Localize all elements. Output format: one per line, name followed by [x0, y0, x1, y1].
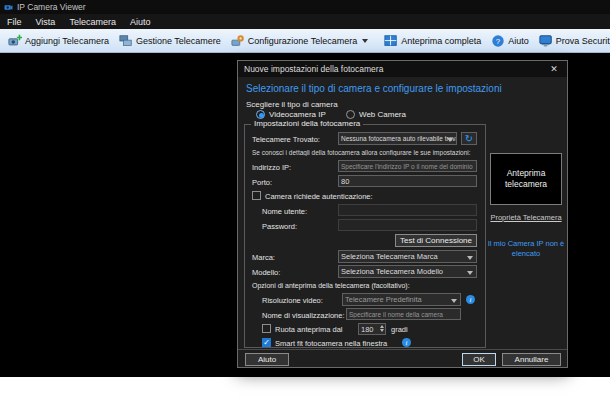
smartfit-checkbox[interactable]: ✓: [262, 338, 271, 347]
username-label: Nome utente:: [262, 207, 307, 216]
port-label: Porto:: [252, 178, 272, 187]
footer-divider: [238, 349, 567, 350]
window-titlebar: IP Camera Viewer: [0, 0, 610, 14]
smartfit-info-icon[interactable]: i: [402, 338, 411, 347]
full-preview-icon: [384, 34, 398, 48]
chevron-down-icon: [451, 299, 457, 303]
smartfit-checkbox-label: Smart fit fotocamera nella finestra: [275, 339, 387, 348]
ip-address-input[interactable]: [338, 160, 477, 172]
camera-preview-box: Anteprima telecamera: [490, 153, 562, 205]
username-input: [338, 204, 477, 216]
rotate-checkbox-label: Ruota anteprima dal: [275, 325, 343, 334]
configure-dropdown-arrow-icon[interactable]: [362, 39, 368, 43]
ip-address-label: Indirizzo IP:: [252, 163, 291, 172]
radio-unselected-icon: [346, 110, 355, 119]
manage-cameras-label: Gestione Telecamere: [136, 36, 221, 46]
menu-file[interactable]: File: [0, 14, 29, 29]
camera-settings-dialog: Nuove impostazioni della fotocamera ✕ Se…: [237, 60, 568, 368]
monitor-pro-icon: [539, 34, 553, 48]
full-preview-label: Anteprima completa: [401, 36, 481, 46]
monitor-pro-label: Prova Security Monitor Pro: [556, 36, 610, 46]
close-icon[interactable]: ✕: [547, 64, 561, 74]
group-title: Impostazioni della fotocamera: [251, 119, 363, 128]
radio-web-camera-label: Web Camera: [359, 110, 406, 119]
resolution-label: Risoluzione video:: [262, 296, 323, 305]
rotate-degrees-stepper[interactable]: 180: [358, 323, 386, 335]
configure-camera-icon: [231, 34, 245, 48]
camera-preview-text: Anteprima telecamera: [495, 168, 557, 189]
brand-value: Seleziona Telecamera Marca: [341, 252, 438, 261]
manage-cameras-icon: [119, 34, 133, 48]
brand-dropdown[interactable]: Seleziona Telecamera Marca: [338, 250, 477, 263]
stepper-arrows-icon[interactable]: [380, 325, 384, 332]
full-preview-button[interactable]: Anteprima completa: [379, 32, 486, 50]
radio-selected-icon: [256, 110, 265, 119]
configure-camera-label: Configurazione Telecamera: [248, 36, 357, 46]
chevron-down-icon: [467, 271, 473, 275]
port-input[interactable]: [338, 175, 477, 187]
password-input: [338, 219, 477, 231]
password-label: Password:: [262, 222, 297, 231]
cameras-found-value: Nessuna fotocamera auto rilevabile trova…: [341, 135, 457, 142]
dialog-heading: Selezionare il tipo di camera e configur…: [246, 83, 502, 94]
add-camera-button[interactable]: Aggiungi Telecamera: [3, 32, 114, 50]
app-icon: [4, 3, 13, 12]
help-label: Aiuto: [508, 36, 529, 46]
radio-ip-camera-label: Videocamera IP: [269, 110, 326, 119]
display-name-label: Nome di visualizzazione:: [262, 311, 345, 320]
chevron-down-icon: [447, 138, 453, 142]
manage-cameras-button[interactable]: Gestione Telecamere: [114, 32, 226, 50]
display-name-input[interactable]: [346, 308, 461, 320]
add-camera-icon: [8, 34, 22, 48]
model-label: Modello:: [252, 268, 280, 277]
resolution-dropdown[interactable]: Telecamere Predefinita: [342, 293, 461, 306]
resolution-value: Telecamere Predefinita: [345, 295, 422, 304]
screen: IP Camera Viewer File Vista Telecamera A…: [0, 0, 610, 409]
rotate-unit-label: gradi: [391, 325, 408, 334]
camera-properties-link[interactable]: Proprietà Telecamera: [490, 213, 562, 222]
cameras-found-label: Telecamere Trovato:: [252, 135, 320, 144]
manual-config-hint: Se conosci i dettagli della fotocamera a…: [252, 149, 480, 156]
test-connection-button[interactable]: Test di Connessione: [395, 234, 477, 247]
configure-camera-button[interactable]: Configurazione Telecamera: [226, 32, 373, 50]
dialog-titlebar[interactable]: Nuove impostazioni della fotocamera ✕: [238, 61, 567, 77]
window-title: IP Camera Viewer: [17, 2, 86, 12]
add-camera-label: Aggiungi Telecamera: [25, 36, 109, 46]
help-button[interactable]: ? Aiuto: [486, 32, 534, 50]
radio-ip-camera[interactable]: Videocamera IP: [256, 110, 326, 119]
menu-vista[interactable]: Vista: [29, 14, 63, 29]
help-icon: ?: [491, 34, 505, 48]
cancel-button[interactable]: Annullare: [502, 353, 561, 366]
radio-web-camera[interactable]: Web Camera: [346, 110, 406, 119]
refresh-cameras-button[interactable]: ↻: [461, 132, 477, 145]
menubar: File Vista Telecamera Aiuto: [0, 14, 610, 29]
menu-aiuto[interactable]: Aiuto: [123, 14, 158, 29]
auth-checkbox-label: Camera richiede autenticazione:: [265, 192, 373, 201]
brand-label: Marca:: [252, 253, 275, 262]
check-icon: ✓: [263, 338, 270, 347]
dialog-help-button[interactable]: Aiuto: [245, 353, 289, 366]
security-monitor-pro-button[interactable]: Prova Security Monitor Pro: [534, 32, 610, 50]
preview-options-label: Opzioni di anteprima della telecamera (f…: [252, 282, 410, 289]
menu-telecamera[interactable]: Telecamera: [62, 14, 123, 29]
resolution-info-icon[interactable]: i: [466, 295, 475, 304]
auth-checkbox[interactable]: [252, 191, 261, 200]
chevron-down-icon: [467, 256, 473, 260]
camera-type-label: Scegliere il tipo di camera: [246, 100, 338, 109]
refresh-icon: ↻: [465, 133, 473, 144]
model-dropdown[interactable]: Seleziona Telecamera Modello: [338, 265, 477, 278]
camera-not-listed-link[interactable]: Il mio Camera IP non è elencato: [486, 239, 566, 259]
model-value: Seleziona Telecamera Modello: [341, 267, 443, 276]
rotate-degrees-value: 180: [361, 325, 374, 334]
toolbar: Aggiungi Telecamera Gestione Telecamere …: [0, 29, 610, 53]
dialog-title: Nuove impostazioni della fotocamera: [244, 64, 383, 74]
ok-button[interactable]: OK: [462, 353, 496, 366]
cameras-found-dropdown[interactable]: Nessuna fotocamera auto rilevabile trova…: [338, 132, 457, 145]
rotate-checkbox[interactable]: [262, 324, 271, 333]
svg-text:?: ?: [496, 36, 501, 45]
